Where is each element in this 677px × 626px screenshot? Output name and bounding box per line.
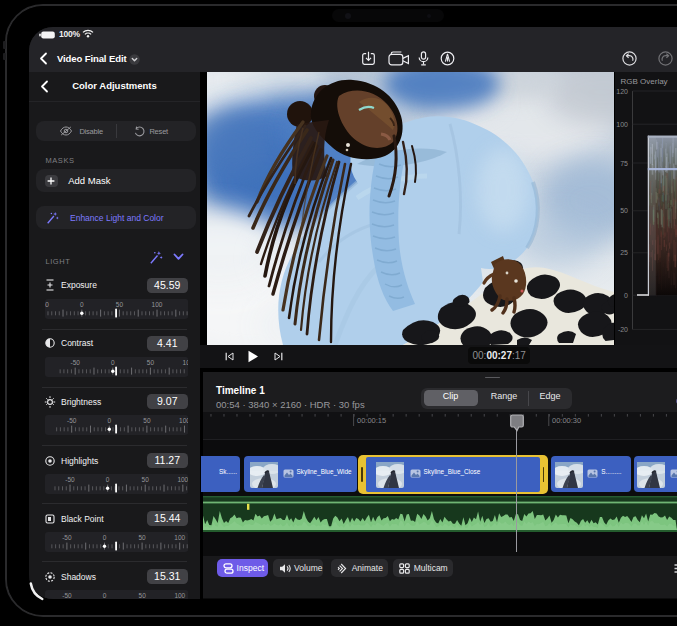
svg-text:-50: -50 [70,359,80,366]
svg-text:0: 0 [103,534,107,541]
svg-text:100: 100 [182,359,188,366]
svg-text:50: 50 [116,300,124,307]
svg-text:75: 75 [620,160,628,167]
svg-text:50: 50 [138,592,146,599]
svg-text:100: 100 [179,417,188,424]
svg-text:0: 0 [103,592,107,599]
svg-text:25: 25 [620,249,628,256]
svg-text:-50: -50 [65,476,75,483]
svg-text:50: 50 [138,534,146,541]
svg-text:0: 0 [106,476,110,483]
svg-text:50: 50 [143,417,151,424]
svg-text:-50: -50 [62,592,72,599]
svg-text:-50: -50 [62,534,72,541]
svg-text:100: 100 [151,300,162,307]
svg-text:-20: -20 [618,326,628,333]
svg-text:50: 50 [620,207,628,214]
svg-text:120: 120 [616,88,628,95]
svg-text:100: 100 [174,592,185,599]
svg-text:100: 100 [616,121,628,128]
svg-text:50: 50 [147,359,155,366]
svg-text:50: 50 [141,476,149,483]
svg-text:-50: -50 [45,300,49,307]
svg-text:100: 100 [177,476,188,483]
svg-text:-50: -50 [67,417,77,424]
svg-text:0: 0 [80,300,84,307]
svg-text:0: 0 [107,417,111,424]
svg-text:0: 0 [624,292,628,299]
svg-text:0: 0 [111,359,115,366]
svg-text:100: 100 [174,534,185,541]
